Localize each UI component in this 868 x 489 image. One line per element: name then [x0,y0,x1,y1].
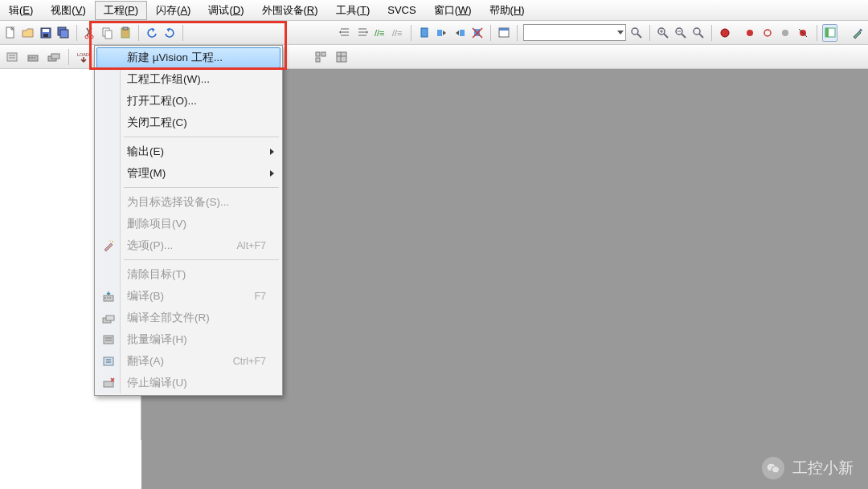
debug-icon[interactable] [718,24,732,42]
svg-text://≡: //≡ [375,28,385,38]
indent-right-icon[interactable] [355,24,370,42]
build-icon[interactable] [24,48,42,66]
watermark-text: 工控小新 [792,458,854,479]
undo-icon[interactable] [145,24,159,42]
submenu-arrow-icon [270,149,274,155]
svg-text:LOAD: LOAD [77,52,89,57]
menu-P[interactable]: 工程(P) [95,1,147,20]
svg-rect-48 [104,381,113,387]
wand-icon [101,238,116,253]
svg-rect-5 [60,30,68,38]
svg-point-23 [694,28,700,35]
stop-icon [101,376,116,390]
comment-icon[interactable]: //≡ [373,24,387,42]
menu-V[interactable]: 视图(V) [42,1,94,20]
new-file-icon[interactable] [3,24,18,42]
menu-item-label: 编译全部文件(R) [127,311,210,325]
svg-rect-40 [337,52,346,62]
menu-W[interactable]: 窗口(W) [425,1,481,20]
menu-item: 为目标选择设备(S)... [96,191,280,213]
bookmark-icon[interactable] [417,24,432,42]
svg-rect-16 [460,30,465,36]
zoom-reset-icon[interactable] [691,24,706,42]
menu-item-label: 为目标选择设备(S)... [127,195,229,210]
configure-icon[interactable] [850,24,865,42]
menu-item[interactable]: 管理(M) [96,162,280,184]
menu-R[interactable]: 外围设备(R) [253,1,327,20]
manage-icon[interactable] [312,48,330,66]
svg-rect-11 [123,27,128,30]
svg-rect-14 [421,28,428,37]
menu-A[interactable]: 闪存(A) [147,1,199,20]
menu-item[interactable]: 新建 µVision 工程... [96,47,280,68]
svg-rect-30 [825,28,829,37]
submenu-arrow-icon [270,170,274,177]
menu-item[interactable]: 关闭工程(C) [96,112,280,133]
menu-item: 清除目标(T) [96,263,280,285]
search-combo[interactable] [523,24,626,41]
bookmark-next-icon[interactable] [452,24,467,42]
shortcut: Ctrl+F7 [233,356,266,367]
svg-rect-3 [43,34,48,37]
build-icon [101,289,116,304]
svg-rect-35 [51,54,59,59]
rebuild-icon[interactable] [45,48,63,66]
menu-item-label: 工程工作组(W)... [127,72,210,87]
menu-item-label: 批量编译(H) [127,332,187,347]
project-menu-dropdown: 新建 µVision 工程...工程工作组(W)...打开工程(O)...关闭工… [94,45,283,396]
menu-SVCS[interactable]: SVCS [379,2,424,18]
menu-item[interactable]: 工程工作组(W)... [96,68,280,90]
menu-item-label: 打开工程(O)... [127,94,197,108]
svg-point-27 [782,30,788,36]
menu-item-label: 停止编译(U) [127,376,187,390]
svg-rect-2 [43,29,49,32]
project-window-icon[interactable] [822,24,837,42]
find-icon[interactable] [629,24,644,42]
bookmark-prev-icon[interactable] [435,24,449,42]
buildall-icon [101,311,116,325]
svg-text://≡: //≡ [392,28,403,38]
zoom-out-icon[interactable] [674,24,688,42]
breakpoint3-icon[interactable] [778,24,792,42]
copy-icon[interactable] [100,24,115,42]
svg-point-25 [747,30,753,36]
breakpoint4-icon[interactable] [796,24,810,42]
breakpoint-icon[interactable] [743,24,757,42]
menu-E[interactable]: 辑(E) [0,1,42,20]
save-icon[interactable] [39,24,53,42]
menu-item-label: 编译(B) [127,289,164,304]
menu-item-label: 删除项目(V) [127,217,186,231]
menu-item-label: 翻译(A) [127,354,164,369]
menu-item: 批量编译(H) [96,328,280,350]
manage2-icon[interactable] [333,48,350,66]
menu-T[interactable]: 工具(T) [327,1,379,20]
bookmark-clear-icon[interactable] [470,24,485,42]
svg-rect-15 [437,30,442,36]
save-all-icon[interactable] [56,24,71,42]
indent-left-icon[interactable] [338,24,352,42]
paste-icon[interactable] [118,24,133,42]
breakpoint2-icon[interactable] [760,24,775,42]
svg-rect-45 [106,316,114,320]
svg-point-42 [109,240,110,241]
menu-item[interactable]: 输出(E) [96,141,280,162]
uncomment-icon[interactable]: //≡ [391,24,405,42]
open-icon[interactable] [21,24,35,42]
svg-rect-9 [105,31,112,39]
svg-point-20 [632,28,638,35]
menu-item: 停止编译(U) [96,372,280,393]
menu-item[interactable]: 打开工程(O)... [96,90,280,112]
cut-icon[interactable] [83,24,97,42]
menu-D[interactable]: 调试(D) [199,1,252,20]
svg-rect-38 [321,52,326,56]
window-icon[interactable] [497,24,511,42]
svg-point-41 [112,241,113,242]
redo-icon[interactable] [162,24,177,42]
zoom-in-icon[interactable] [656,24,670,42]
target-icon[interactable] [3,48,21,66]
svg-rect-37 [316,52,320,56]
load-icon[interactable]: LOAD [75,48,92,66]
menubar: 辑(E)视图(V)工程(P)闪存(A)调试(D)外围设备(R)工具(T)SVCS… [0,0,868,21]
menu-H[interactable]: 帮助(H) [481,1,534,20]
toolbar-main: //≡ //≡ [0,21,868,45]
